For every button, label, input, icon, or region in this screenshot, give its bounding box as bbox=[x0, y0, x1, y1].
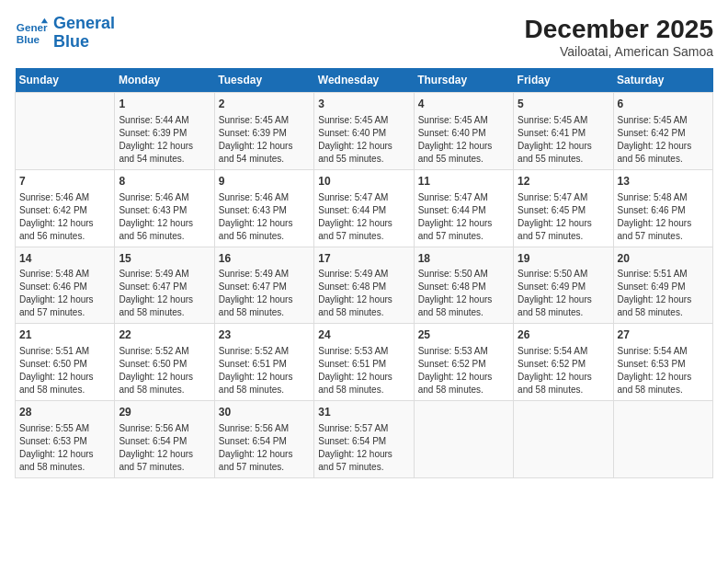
logo-text: GeneralBlue bbox=[53, 15, 115, 52]
calendar-cell: 28Sunrise: 5:55 AM Sunset: 6:53 PM Dayli… bbox=[16, 401, 115, 478]
calendar-cell: 5Sunrise: 5:45 AM Sunset: 6:41 PM Daylig… bbox=[514, 93, 613, 170]
day-number: 17 bbox=[318, 251, 409, 267]
header-thursday: Thursday bbox=[414, 68, 513, 93]
cell-content: Sunrise: 5:49 AM Sunset: 6:47 PM Dayligh… bbox=[119, 268, 210, 319]
calendar-cell: 22Sunrise: 5:52 AM Sunset: 6:50 PM Dayli… bbox=[115, 324, 214, 401]
cell-content: Sunrise: 5:47 AM Sunset: 6:44 PM Dayligh… bbox=[318, 191, 409, 243]
calendar-week-row: 7Sunrise: 5:46 AM Sunset: 6:42 PM Daylig… bbox=[16, 169, 713, 247]
day-number: 13 bbox=[618, 174, 709, 190]
calendar-cell: 14Sunrise: 5:48 AM Sunset: 6:46 PM Dayli… bbox=[16, 247, 115, 324]
cell-content: Sunrise: 5:45 AM Sunset: 6:39 PM Dayligh… bbox=[219, 114, 310, 166]
day-number: 11 bbox=[418, 174, 509, 190]
cell-content: Sunrise: 5:46 AM Sunset: 6:42 PM Dayligh… bbox=[19, 191, 110, 243]
day-number: 29 bbox=[119, 405, 210, 420]
cell-content: Sunrise: 5:50 AM Sunset: 6:49 PM Dayligh… bbox=[518, 268, 609, 319]
calendar-cell: 23Sunrise: 5:52 AM Sunset: 6:51 PM Dayli… bbox=[214, 324, 313, 401]
calendar-cell: 11Sunrise: 5:47 AM Sunset: 6:44 PM Dayli… bbox=[414, 169, 513, 247]
day-number: 27 bbox=[618, 327, 709, 343]
day-number: 23 bbox=[219, 327, 310, 343]
logo-icon: General Blue bbox=[15, 17, 48, 50]
calendar-cell bbox=[514, 401, 613, 478]
cell-content: Sunrise: 5:49 AM Sunset: 6:47 PM Dayligh… bbox=[219, 268, 310, 319]
day-number: 10 bbox=[318, 174, 409, 190]
calendar-cell: 1Sunrise: 5:44 AM Sunset: 6:39 PM Daylig… bbox=[115, 93, 214, 170]
day-number: 25 bbox=[418, 327, 509, 343]
calendar-subtitle: Vailoatai, American Samoa bbox=[525, 44, 713, 59]
cell-content: Sunrise: 5:46 AM Sunset: 6:43 PM Dayligh… bbox=[219, 191, 310, 243]
cell-content: Sunrise: 5:45 AM Sunset: 6:42 PM Dayligh… bbox=[618, 114, 709, 166]
calendar-cell: 6Sunrise: 5:45 AM Sunset: 6:42 PM Daylig… bbox=[613, 93, 712, 170]
cell-content: Sunrise: 5:53 AM Sunset: 6:52 PM Dayligh… bbox=[418, 345, 509, 396]
day-number: 16 bbox=[219, 251, 310, 267]
calendar-cell: 19Sunrise: 5:50 AM Sunset: 6:49 PM Dayli… bbox=[514, 247, 613, 324]
cell-content: Sunrise: 5:45 AM Sunset: 6:40 PM Dayligh… bbox=[418, 114, 509, 166]
day-number: 7 bbox=[19, 174, 110, 190]
calendar-cell: 25Sunrise: 5:53 AM Sunset: 6:52 PM Dayli… bbox=[414, 324, 513, 401]
cell-content: Sunrise: 5:55 AM Sunset: 6:53 PM Dayligh… bbox=[19, 422, 110, 474]
day-number: 20 bbox=[618, 251, 709, 267]
calendar-cell: 13Sunrise: 5:48 AM Sunset: 6:46 PM Dayli… bbox=[613, 169, 712, 247]
calendar-cell bbox=[16, 93, 115, 170]
calendar-cell: 17Sunrise: 5:49 AM Sunset: 6:48 PM Dayli… bbox=[314, 247, 414, 324]
day-number: 28 bbox=[19, 405, 110, 420]
calendar-week-row: 21Sunrise: 5:51 AM Sunset: 6:50 PM Dayli… bbox=[16, 324, 713, 401]
calendar-cell: 20Sunrise: 5:51 AM Sunset: 6:49 PM Dayli… bbox=[613, 247, 712, 324]
day-number: 2 bbox=[219, 97, 310, 112]
calendar-cell: 2Sunrise: 5:45 AM Sunset: 6:39 PM Daylig… bbox=[214, 93, 313, 170]
cell-content: Sunrise: 5:48 AM Sunset: 6:46 PM Dayligh… bbox=[618, 191, 709, 243]
day-number: 21 bbox=[19, 327, 110, 343]
day-number: 30 bbox=[219, 405, 310, 420]
calendar-week-row: 14Sunrise: 5:48 AM Sunset: 6:46 PM Dayli… bbox=[16, 247, 713, 324]
day-number: 4 bbox=[418, 97, 509, 112]
calendar-title: December 2025 bbox=[525, 15, 713, 44]
cell-content: Sunrise: 5:52 AM Sunset: 6:51 PM Dayligh… bbox=[219, 345, 310, 396]
cell-content: Sunrise: 5:47 AM Sunset: 6:44 PM Dayligh… bbox=[418, 191, 509, 243]
calendar-cell: 4Sunrise: 5:45 AM Sunset: 6:40 PM Daylig… bbox=[414, 93, 513, 170]
calendar-cell bbox=[414, 401, 513, 478]
calendar-cell bbox=[613, 401, 712, 478]
cell-content: Sunrise: 5:48 AM Sunset: 6:46 PM Dayligh… bbox=[19, 268, 110, 319]
calendar-week-row: 1Sunrise: 5:44 AM Sunset: 6:39 PM Daylig… bbox=[16, 93, 713, 170]
calendar-cell: 29Sunrise: 5:56 AM Sunset: 6:54 PM Dayli… bbox=[115, 401, 214, 478]
day-number: 19 bbox=[518, 251, 609, 267]
day-number: 6 bbox=[618, 97, 709, 112]
calendar-cell: 30Sunrise: 5:56 AM Sunset: 6:54 PM Dayli… bbox=[214, 401, 313, 478]
day-number: 31 bbox=[318, 405, 409, 420]
cell-content: Sunrise: 5:53 AM Sunset: 6:51 PM Dayligh… bbox=[318, 345, 409, 396]
svg-text:Blue: Blue bbox=[17, 33, 40, 45]
cell-content: Sunrise: 5:45 AM Sunset: 6:41 PM Dayligh… bbox=[518, 114, 609, 166]
calendar-cell: 8Sunrise: 5:46 AM Sunset: 6:43 PM Daylig… bbox=[115, 169, 214, 247]
calendar-cell: 24Sunrise: 5:53 AM Sunset: 6:51 PM Dayli… bbox=[314, 324, 414, 401]
calendar-cell: 3Sunrise: 5:45 AM Sunset: 6:40 PM Daylig… bbox=[314, 93, 414, 170]
calendar-cell: 16Sunrise: 5:49 AM Sunset: 6:47 PM Dayli… bbox=[214, 247, 313, 324]
calendar-cell: 10Sunrise: 5:47 AM Sunset: 6:44 PM Dayli… bbox=[314, 169, 414, 247]
day-number: 9 bbox=[219, 174, 310, 190]
header-friday: Friday bbox=[514, 68, 613, 93]
cell-content: Sunrise: 5:54 AM Sunset: 6:53 PM Dayligh… bbox=[618, 345, 709, 396]
header-tuesday: Tuesday bbox=[214, 68, 313, 93]
calendar-cell: 15Sunrise: 5:49 AM Sunset: 6:47 PM Dayli… bbox=[115, 247, 214, 324]
day-number: 14 bbox=[19, 251, 110, 267]
calendar-cell: 7Sunrise: 5:46 AM Sunset: 6:42 PM Daylig… bbox=[16, 169, 115, 247]
cell-content: Sunrise: 5:51 AM Sunset: 6:49 PM Dayligh… bbox=[618, 268, 709, 319]
cell-content: Sunrise: 5:45 AM Sunset: 6:40 PM Dayligh… bbox=[318, 114, 409, 166]
cell-content: Sunrise: 5:52 AM Sunset: 6:50 PM Dayligh… bbox=[119, 345, 210, 396]
cell-content: Sunrise: 5:57 AM Sunset: 6:54 PM Dayligh… bbox=[318, 422, 409, 474]
calendar-header-row: SundayMondayTuesdayWednesdayThursdayFrid… bbox=[16, 68, 713, 93]
day-number: 24 bbox=[318, 327, 409, 343]
cell-content: Sunrise: 5:44 AM Sunset: 6:39 PM Dayligh… bbox=[119, 114, 210, 166]
header-sunday: Sunday bbox=[16, 68, 115, 93]
header-wednesday: Wednesday bbox=[314, 68, 414, 93]
calendar-table: SundayMondayTuesdayWednesdayThursdayFrid… bbox=[15, 68, 713, 478]
calendar-cell: 31Sunrise: 5:57 AM Sunset: 6:54 PM Dayli… bbox=[314, 401, 414, 478]
cell-content: Sunrise: 5:47 AM Sunset: 6:45 PM Dayligh… bbox=[518, 191, 609, 243]
header-saturday: Saturday bbox=[613, 68, 712, 93]
day-number: 12 bbox=[518, 174, 609, 190]
cell-content: Sunrise: 5:49 AM Sunset: 6:48 PM Dayligh… bbox=[318, 268, 409, 319]
day-number: 5 bbox=[518, 97, 609, 112]
cell-content: Sunrise: 5:56 AM Sunset: 6:54 PM Dayligh… bbox=[219, 422, 310, 474]
cell-content: Sunrise: 5:54 AM Sunset: 6:52 PM Dayligh… bbox=[518, 345, 609, 396]
day-number: 15 bbox=[119, 251, 210, 267]
calendar-cell: 21Sunrise: 5:51 AM Sunset: 6:50 PM Dayli… bbox=[16, 324, 115, 401]
day-number: 18 bbox=[418, 251, 509, 267]
